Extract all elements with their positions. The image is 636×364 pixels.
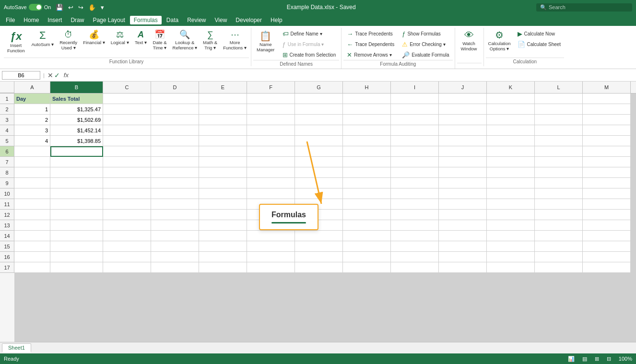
cell-c10[interactable] — [103, 188, 151, 199]
sheet-tab-sheet1[interactable]: Sheet1 — [2, 343, 31, 352]
cell-b4[interactable]: $1,452.14 — [50, 125, 103, 136]
logical-button[interactable]: ⚖ Logical ▾ — [108, 29, 131, 47]
cell-k7[interactable] — [487, 157, 535, 167]
cell-g2[interactable] — [295, 104, 343, 115]
cell-m14[interactable] — [583, 231, 631, 241]
status-view-page[interactable]: ⊟ — [607, 356, 611, 362]
col-header-d[interactable]: D — [151, 82, 199, 93]
cell-k1[interactable] — [487, 94, 535, 104]
col-header-k[interactable]: K — [487, 82, 535, 93]
cell-h17[interactable] — [343, 262, 391, 273]
cell-f6[interactable] — [247, 146, 295, 157]
cell-b16[interactable] — [50, 252, 103, 262]
cell-f15[interactable] — [247, 241, 295, 252]
redo-button[interactable]: ↪ — [76, 3, 85, 12]
row-num-8[interactable]: 8 — [0, 167, 14, 178]
cell-j7[interactable] — [439, 157, 487, 167]
cell-i1[interactable] — [391, 94, 439, 104]
cell-k17[interactable] — [487, 262, 535, 273]
cell-g5[interactable] — [295, 136, 343, 146]
cell-k10[interactable] — [487, 188, 535, 199]
cell-d6[interactable] — [151, 146, 199, 157]
cell-e9[interactable] — [199, 178, 247, 188]
cell-i3[interactable] — [391, 115, 439, 125]
cell-l6[interactable] — [535, 146, 583, 157]
cell-m9[interactable] — [583, 178, 631, 188]
cell-b5[interactable]: $1,398.85 — [50, 136, 103, 146]
menu-developer[interactable]: Developer — [232, 16, 266, 24]
cell-j5[interactable] — [439, 136, 487, 146]
cell-f5[interactable] — [247, 136, 295, 146]
cell-c2[interactable] — [103, 104, 151, 115]
menu-data[interactable]: Data — [163, 16, 182, 24]
cell-g14[interactable] — [295, 231, 343, 241]
cell-m16[interactable] — [583, 252, 631, 262]
cell-f4[interactable] — [247, 125, 295, 136]
status-view-layout[interactable]: ⊞ — [595, 356, 599, 362]
cell-l4[interactable] — [535, 125, 583, 136]
cell-a1[interactable]: Day — [14, 94, 50, 104]
calculation-options-button[interactable]: ⚙ CalculationOptions ▾ — [486, 29, 513, 53]
cell-g15[interactable] — [295, 241, 343, 252]
save-button[interactable]: 💾 — [54, 3, 65, 12]
name-box[interactable] — [2, 71, 40, 80]
cell-h8[interactable] — [343, 167, 391, 178]
cell-g16[interactable] — [295, 252, 343, 262]
cell-g7[interactable] — [295, 157, 343, 167]
cell-l3[interactable] — [535, 115, 583, 125]
cell-e5[interactable] — [199, 136, 247, 146]
menu-page-layout[interactable]: Page Layout — [89, 16, 129, 24]
cell-b10[interactable] — [50, 188, 103, 199]
cell-j15[interactable] — [439, 241, 487, 252]
cell-b1[interactable]: Sales Total — [50, 94, 103, 104]
cell-a13[interactable] — [14, 220, 50, 231]
cell-c11[interactable] — [103, 199, 151, 210]
row-num-13[interactable]: 13 — [0, 220, 14, 231]
recently-used-button[interactable]: ⏱ RecentlyUsed ▾ — [57, 29, 80, 52]
cell-j4[interactable] — [439, 125, 487, 136]
cell-k6[interactable] — [487, 146, 535, 157]
cell-i14[interactable] — [391, 231, 439, 241]
calculate-sheet-button[interactable]: 📄 Calculate Sheet — [514, 39, 565, 49]
create-from-selection-button[interactable]: ⊞ Create from Selection — [279, 50, 340, 60]
row-num-17[interactable]: 17 — [0, 262, 14, 273]
cell-i4[interactable] — [391, 125, 439, 136]
cell-d10[interactable] — [151, 188, 199, 199]
row-num-6[interactable]: 6 — [0, 146, 14, 157]
cell-e4[interactable] — [199, 125, 247, 136]
cell-j14[interactable] — [439, 231, 487, 241]
cell-l8[interactable] — [535, 167, 583, 178]
autosum-button[interactable]: Σ AutoSum ▾ — [29, 29, 56, 48]
cell-h4[interactable] — [343, 125, 391, 136]
cell-a12[interactable] — [14, 210, 50, 220]
cancel-formula-button[interactable]: ✕ — [47, 71, 53, 79]
cell-k15[interactable] — [487, 241, 535, 252]
col-header-j[interactable]: J — [439, 82, 487, 93]
cell-a5[interactable]: 4 — [14, 136, 50, 146]
col-header-f[interactable]: F — [247, 82, 295, 93]
cell-g9[interactable] — [295, 178, 343, 188]
confirm-formula-button[interactable]: ✓ — [54, 71, 60, 79]
cell-l5[interactable] — [535, 136, 583, 146]
col-header-g[interactable]: G — [295, 82, 343, 93]
name-manager-button[interactable]: 📋 NameManager — [253, 29, 278, 55]
insert-function-button[interactable]: ƒx InsertFunction — [4, 29, 28, 56]
cell-l16[interactable] — [535, 252, 583, 262]
remove-arrows-button[interactable]: ✕ Remove Arrows ▾ — [343, 50, 398, 60]
cell-f7[interactable] — [247, 157, 295, 167]
cell-b3[interactable]: $1,502.69 — [50, 115, 103, 125]
cell-i13[interactable] — [391, 220, 439, 231]
menu-review[interactable]: Review — [183, 16, 210, 24]
cell-j17[interactable] — [439, 262, 487, 273]
cell-j11[interactable] — [439, 199, 487, 210]
cell-a17[interactable] — [14, 262, 50, 273]
cell-a9[interactable] — [14, 178, 50, 188]
cell-e12[interactable] — [199, 210, 247, 220]
menu-view[interactable]: View — [211, 16, 231, 24]
cell-m12[interactable] — [583, 210, 631, 220]
cell-d11[interactable] — [151, 199, 199, 210]
cell-i11[interactable] — [391, 199, 439, 210]
cell-m11[interactable] — [583, 199, 631, 210]
cell-f14[interactable] — [247, 231, 295, 241]
cell-b14[interactable] — [50, 231, 103, 241]
